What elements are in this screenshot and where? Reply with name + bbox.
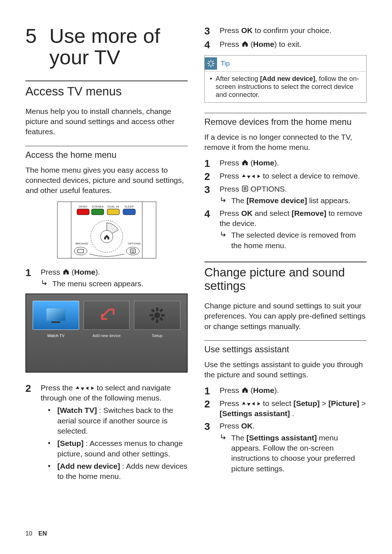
result-arrow-icon [220,196,231,206]
subsection-access-home: Access the home menu [25,146,188,160]
home-icon [62,268,70,275]
assist-step-1: Press (Home). [204,385,367,396]
svg-rect-34 [151,317,155,321]
section-change-settings: Change picture and sound settings [204,262,367,293]
svg-line-41 [209,65,210,66]
remove-step-2: Press to select a device to remove. [204,171,367,182]
access-home-intro: The home menu gives you easy access to c… [25,165,188,196]
chapter-title: Use more of your TV [49,25,188,68]
home-icon [241,159,249,166]
nav-arrows-icon [241,401,261,407]
chapter-number: 5 [25,25,49,47]
page-language: EN [38,530,47,537]
remove-step-3-result: The [Remove device] list appears. [220,196,367,206]
tip-label: Tip [221,59,230,67]
step-4: Press (Home) to exit. [204,39,367,50]
step-1-result: The menu screen appears. [41,279,188,289]
page-number: 10 [25,530,32,537]
result-arrow-icon [41,279,52,289]
svg-rect-11 [107,209,119,215]
subsection-remove-devices: Remove devices from the home menu [204,113,367,127]
svg-rect-10 [91,209,104,215]
tile-setup: Setup [134,301,180,365]
svg-rect-12 [123,209,135,215]
home-menu-screenshot: Watch TV Add new device Setup [25,294,188,373]
chapter-heading: 5 Use more of your TV [25,25,188,68]
menu-setup: [Setup] : Accesses menus to change pictu… [41,438,188,459]
assistant-intro: Use the settings assistant to guide you … [204,360,367,380]
svg-rect-31 [151,309,155,313]
svg-text:DUAL I/II: DUAL I/II [107,205,119,208]
page-footer: 10 EN [25,530,47,537]
step-3: Press OK to confirm your choice. [204,25,367,36]
menu-add-device: [Add new device] : Adds new devices to t… [41,461,188,482]
svg-point-26 [154,312,160,318]
svg-rect-24 [46,308,65,321]
svg-line-40 [212,65,213,66]
svg-text:SLEEP: SLEEP [124,205,134,208]
svg-line-39 [209,61,210,62]
svg-rect-27 [156,308,158,311]
section-access-tv-menus: Access TV menus [25,81,188,98]
step-2: Press the to select and navigate through… [25,383,188,484]
nav-arrows-icon [241,173,261,179]
assist-step-3: Press OK. The [Settings assistant] menu … [204,421,367,474]
tile-watch-tv: Watch TV [33,301,79,365]
change-intro: Change picture and sound settings to sui… [204,301,367,332]
svg-text:OPTIONS: OPTIONS [128,242,141,245]
svg-rect-30 [161,314,165,316]
svg-line-42 [212,61,213,62]
menu-watch-tv: [Watch TV] : Switches back to the aerial… [41,405,188,436]
home-icon [241,40,249,48]
access-intro: Menus help you to install channels, chan… [25,106,188,137]
svg-rect-29 [150,314,153,316]
result-arrow-icon [220,433,231,443]
assist-step-3-result: The [Settings assistant] menu appears. F… [220,433,367,474]
step-1: Press (Home). The menu screen appears. [25,267,188,289]
tip-box: Tip After selecting [Add new device], fo… [204,55,367,103]
subsection-settings-assistant: Use settings assistant [204,340,367,354]
svg-rect-9 [77,209,89,215]
svg-rect-32 [159,317,163,321]
svg-rect-28 [156,319,158,323]
remove-step-1: Press (Home). [204,158,367,169]
svg-text:DEMO: DEMO [79,205,87,208]
remove-step-4-result: The selected device is removed from the … [220,230,367,251]
remove-step-4: Press OK and select [Remove] to remove t… [204,208,367,251]
result-arrow-icon [220,230,231,241]
remove-intro: If a device is no longer connected to th… [204,132,367,153]
svg-point-17 [74,247,87,255]
options-icon [241,185,249,192]
svg-point-19 [126,247,139,255]
svg-text:SCENEA: SCENEA [91,205,104,208]
assist-step-2: Press to select [Setup] > [Picture] >[Se… [204,398,367,419]
tip-icon [205,57,217,70]
svg-rect-33 [159,308,163,312]
tip-text: After selecting [Add new device], follow… [210,75,361,99]
nav-arrows-icon [75,385,95,391]
remove-step-3: Press OPTIONS. The [Remove device] list … [204,184,367,206]
svg-text:BROWSE: BROWSE [75,242,89,245]
tile-add-device: Add new device [83,301,130,365]
svg-rect-25 [52,321,60,323]
home-icon [241,386,249,394]
remote-illustration: DEMO SCENEA DUAL I/II SLEEP BROWSE OPTIO… [57,201,157,260]
